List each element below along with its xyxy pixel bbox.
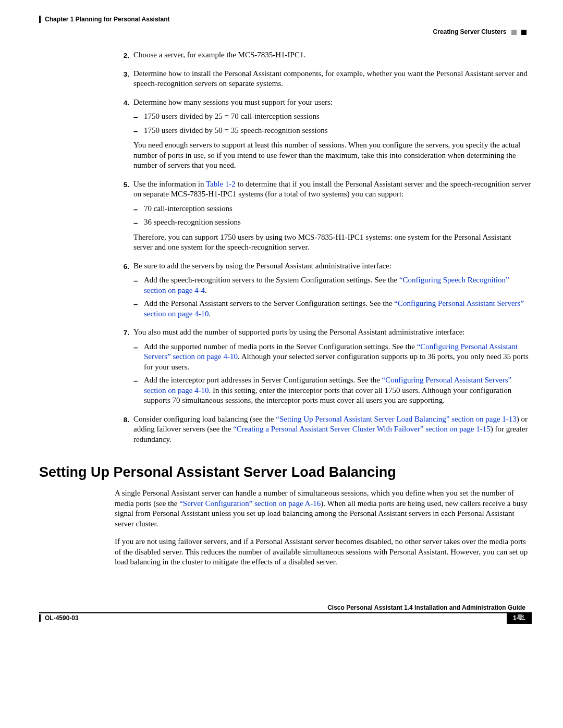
step-text: Determine how to install the Personal As… [133,69,532,89]
sub-step: 1750 users divided by 25 = 70 call-inter… [144,112,532,122]
sub-step: Add the speech-recognition servers to th… [144,275,532,295]
step-intro: Use the information in Table 1-2 to dete… [133,179,532,200]
section-header: Creating Server Clusters [39,28,532,35]
step-after: Therefore, you can support 1750 users by… [133,232,532,253]
dash-icon: – [133,112,144,122]
step-7: 7. You also must add the number of suppo… [115,327,532,410]
step-number: 2. [115,50,133,65]
section-heading: Setting Up Personal Assistant Server Loa… [39,464,532,480]
step-intro: Be sure to add the servers by using the … [133,261,532,272]
cross-ref-link[interactable]: “Setting Up Personal Assistant Server Lo… [276,415,517,423]
page-header: Chapter 1 Planning for Personal Assistan… [39,16,532,35]
dash-icon: – [133,126,144,137]
body-paragraph: If you are not using failover servers, a… [115,537,532,567]
step-number: 6. [115,261,133,324]
chapter-header: Chapter 1 Planning for Personal Assistan… [39,16,532,23]
table-link[interactable]: Table 1-2 [206,180,236,188]
step-after: You need enough servers to support at le… [133,140,532,171]
sub-step: Add the Personal Assistant servers to th… [144,299,532,319]
step-number: 3. [115,69,133,93]
body-paragraph: A single Personal Assistant server can h… [115,488,532,529]
dash-icon: – [133,217,144,228]
page-footer: Cisco Personal Assistant 1.4 Installatio… [39,604,532,630]
sub-step: Add the interceptor port addresses in Se… [144,375,532,406]
chapter-label: Chapter 1 Planning for Personal Assistan… [45,16,170,23]
footer-guide-title: Cisco Personal Assistant 1.4 Installatio… [39,604,532,611]
dash-icon: – [133,375,144,406]
step-text: Consider configuring load balancing (see… [133,414,532,445]
step-number: 7. [115,327,133,410]
footer-doc-id: OL-4590-03 [39,614,79,622]
sub-step: Add the supported number of media ports … [144,342,532,373]
step-8: 8. Consider configuring load balancing (… [115,414,532,449]
step-intro: Determine how many sessions you must sup… [133,97,532,108]
dash-icon: – [133,342,144,373]
header-decoration-icon [521,30,527,35]
dash-icon: – [133,204,144,215]
step-number: 4. [115,97,133,175]
footer-decoration-icon [516,612,529,621]
step-5: 5. Use the information in Table 1-2 to d… [115,179,532,257]
step-2: 2. Choose a server, for example the MCS-… [115,50,532,65]
cross-ref-link[interactable]: “Creating a Personal Assistant Server Cl… [233,425,491,433]
step-number: 8. [115,414,133,449]
section-label: Creating Server Clusters [433,28,507,35]
sub-step: 70 call-interception sessions [144,204,532,215]
dash-icon: – [133,275,144,295]
sub-step: 1750 users divided by 50 = 35 speech-rec… [144,126,532,137]
step-text: Choose a server, for example the MCS-783… [133,50,532,60]
sub-step: 36 speech-recognition sessions [144,217,532,228]
step-3: 3. Determine how to install the Personal… [115,69,532,93]
step-4: 4. Determine how many sessions you must … [115,97,532,175]
step-6: 6. Be sure to add the servers by using t… [115,261,532,324]
step-number: 5. [115,179,133,257]
header-decoration-icon [511,30,517,35]
step-intro: You also must add the number of supporte… [133,327,532,338]
step-list: 2. Choose a server, for example the MCS-… [115,50,532,449]
cross-ref-link[interactable]: “Server Configuration” section on page A… [179,499,321,508]
dash-icon: – [133,299,144,319]
